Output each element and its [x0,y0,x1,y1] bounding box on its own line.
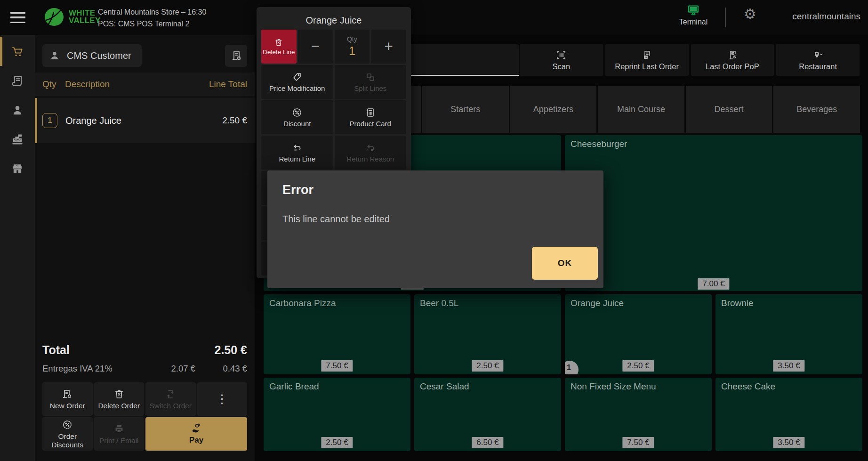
column-description: Description [65,79,209,89]
restaurant-label: Restaurant [799,62,837,71]
product-tile-carbonara-pizza[interactable]: Carbonara Pizza 7.50 € [264,294,410,374]
product-tile-brownie[interactable]: Brownie 3.50 € [715,294,862,374]
kebab-menu-icon: ⋮ [216,394,228,404]
sidebar-item-register[interactable] [0,129,35,150]
store-name-time: Central Mountains Store – 16:30 [98,7,206,18]
discount-badge-icon [62,419,73,430]
order-line-row[interactable]: 1 Orange Juice 2.50 € [35,98,255,143]
product-tile-beer[interactable]: Beer 0.5L 2.50 € [414,294,561,374]
return-line-button[interactable]: Return Line [261,136,333,170]
sidebar-item-orders[interactable] [0,71,35,91]
category-tab-beverages[interactable]: Beverages [773,86,860,133]
product-name: Carbonara Pizza [269,298,336,308]
trash-icon [113,388,125,400]
price-modification-label: Price Modification [269,85,325,93]
category-tab-appetizers[interactable]: Appetizers [510,86,597,133]
customer-select-button[interactable]: CMS Customer [42,44,142,67]
qty-decrease-button[interactable]: − [298,30,333,64]
category-tab-dessert[interactable]: Dessert [686,86,772,133]
brand-logo: WHITE VALLEY [43,6,101,28]
sidebar-item-customers[interactable] [0,100,35,121]
price-chip: 7.50 € [321,360,353,372]
discount-label: Discount [283,120,311,128]
order-discounts-button[interactable]: Order Discounts [42,417,93,451]
store-info: Central Mountains Store – 16:30 POS: CMS… [98,7,206,30]
category-tab-starters[interactable]: Starters [422,86,509,133]
product-tile-cesar-salad[interactable]: Cesar Salad 6.50 € [414,378,561,451]
sidebar-item-store[interactable] [0,158,35,179]
product-name: Brownie [721,298,754,308]
product-name: Garlic Bread [269,381,319,392]
logged-in-username: centralmountains [792,11,860,22]
split-lines-icon [365,72,376,83]
order-table-header: Qty Description Line Total [35,73,255,96]
product-tile-cheese-cake[interactable]: Cheese Cake 3.50 € [715,378,862,451]
order-settings-button[interactable] [225,45,247,67]
restaurant-selector-button[interactable]: Restaurant [776,44,860,76]
new-order-button[interactable]: New Order [42,382,93,416]
ok-button[interactable]: OK [532,247,598,280]
error-dialog: Error This line cannot be edited OK [267,170,603,288]
cart-icon [11,45,24,58]
in-cart-qty-badge: 1 [565,361,579,374]
return-line-label: Return Line [279,155,315,163]
split-lines-button[interactable]: Split Lines [335,65,407,99]
terminal-monitor-icon [687,4,700,17]
split-lines-label: Split Lines [354,85,386,93]
line-total-value: 2.50 € [222,115,247,126]
product-card-button[interactable]: Product Card [335,100,407,134]
sidebar-item-sale[interactable] [0,41,35,62]
brand-name: WHITE VALLEY [69,9,101,24]
terminal-button[interactable]: Terminal [672,4,715,26]
total-label: Total [42,343,70,357]
print-email-label: Print / Email [99,437,139,445]
price-chip: 7.50 € [622,437,654,448]
line-qty-chip: 1 [42,113,57,128]
pay-label: Pay [189,436,203,445]
more-actions-button[interactable]: ⋮ [197,382,248,416]
person-icon [11,104,24,117]
price-chip: 3.50 € [773,437,804,448]
store-icon [11,162,24,175]
topbar-divider [725,8,726,27]
scan-button[interactable]: Scan [520,44,603,76]
print-email-button[interactable]: Print / Email [94,417,145,451]
last-order-pop-label: Last Order PoP [706,62,759,71]
qty-increase-button[interactable]: + [371,30,406,64]
price-modification-button[interactable]: Price Modification [261,65,333,99]
hamburger-menu-icon[interactable] [10,12,25,23]
total-value: 2.50 € [214,343,247,357]
popup-title: Orange Juice [261,11,406,30]
gear-icon[interactable]: ⚙ [744,6,756,22]
product-tile-non-fixed-size-menu[interactable]: Non Fixed Size Menu 7.50 € [565,378,712,451]
discount-button[interactable]: Discount [261,100,333,134]
plus-icon: + [384,38,393,55]
qty-value: 1 [349,45,355,58]
product-tile-garlic-bread[interactable]: Garlic Bread 2.50 € [264,378,410,451]
scan-label: Scan [553,62,571,71]
switch-order-button[interactable]: Switch Order [145,382,196,416]
product-tile-cheeseburger[interactable]: Cheeseburger 7.00 € [565,135,862,291]
reprint-last-order-button[interactable]: Reprint Last Order [605,44,689,76]
reprint-receipt-icon [641,49,652,61]
receipt-scroll-icon [11,74,24,88]
receipt-proof-icon [727,49,738,61]
trash-icon [274,38,283,47]
pay-button[interactable]: Pay [145,417,247,451]
category-tab-main-course[interactable]: Main Course [598,86,684,133]
pos-screen: WHITE VALLEY Central Mountains Store – 1… [0,0,868,461]
delete-order-button[interactable]: Delete Order [94,382,145,416]
product-name: Non Fixed Size Menu [571,381,656,392]
product-name: Cheese Cake [721,381,775,392]
barcode-scan-icon [555,49,567,61]
delete-order-label: Delete Order [98,402,140,410]
customer-person-icon [49,50,60,61]
price-chip: 2.50 € [622,360,654,372]
product-tile-orange-juice[interactable]: Orange Juice 2.50 € 1 [565,294,712,374]
delete-line-button[interactable]: Delete Line [261,30,297,64]
top-bar: WHITE VALLEY Central Mountains Store – 1… [0,0,868,35]
last-order-pop-button[interactable]: Last Order PoP [691,44,774,76]
price-chip: 2.50 € [321,437,353,448]
return-reason-button[interactable]: Return Reason [335,136,407,170]
return-reason-label: Return Reason [346,155,394,163]
